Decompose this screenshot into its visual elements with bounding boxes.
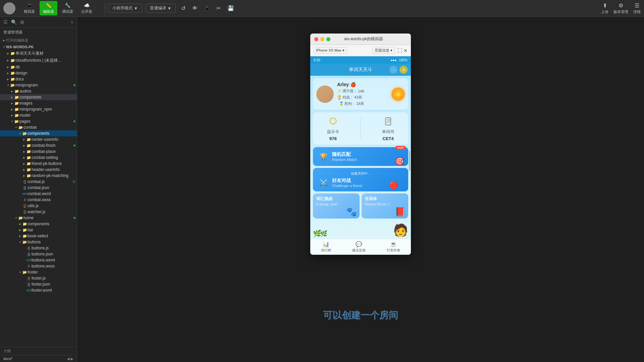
tab-simulator[interactable]: 📱 单词天天斗 模拟器 [20,1,38,15]
tree-combat-place[interactable]: ▶ 📁 combat-place [0,148,77,155]
tree-buttons-json[interactable]: {} buttons.json [0,251,77,257]
sim-scrollbar[interactable] [409,151,410,171]
tree-header-userinfo[interactable]: ▶ 📁 header-userinfo [0,167,77,173]
page-info-selector[interactable]: 页面信息 ▾ [372,47,395,54]
center-userinfo-label: center-userinfo [32,137,77,142]
cut-btn[interactable]: ✂ [214,4,223,13]
bar-label: bar [28,228,77,232]
tree-pages[interactable]: ▼ 📂 pages [0,118,77,124]
tree-buttons-js[interactable]: {} buttons.js [0,245,77,251]
tree-combat-json[interactable]: {} combat.json [0,185,77,191]
random-pk-label: random-pk-matching [32,173,77,178]
tree-random-pk[interactable]: ▶ 📁 random-pk-matching [0,173,77,179]
tree-docs[interactable]: ▶ 📁 docs [0,76,77,82]
tree-combat-finish[interactable]: ▶ 📁 combat-finish [0,142,77,148]
ocean-decoration: 🌿 🌿 🧑 [313,221,408,237]
project-root[interactable]: ▼ WX-WORDS-PK [0,44,77,50]
preview-eye-btn[interactable]: 👁 [190,4,200,13]
friend-battle-btn[interactable]: 创建房间中... ⚔️ 好友对战 Challenge a friend 🔴 [313,168,408,191]
tree-footer-wxml[interactable]: </> footer.wxml [0,287,77,293]
book-select-label: book-select [28,234,77,238]
components-label: components [19,95,77,100]
tree-images[interactable]: ▶ 📁 images [0,100,77,106]
sidebar-collapse-btn[interactable]: ☰ [3,19,8,25]
utils-js-label: utils.js [28,203,77,208]
tree-model[interactable]: ▶ 📁 model [0,112,77,118]
vocab-challenge-btn[interactable]: 词汇挑战 A wrong, over! 🐾 [313,193,360,219]
tree-home[interactable]: ▼ 📂 home [0,215,77,221]
tree-cloudfunctions[interactable]: ▶ 📁 cloudfunctions | (未选择... [0,57,77,64]
tree-bar[interactable]: ▶ 📁 bar [0,227,77,233]
tree-combat-components[interactable]: ▼ 📂 components [0,130,77,136]
hint-card-block[interactable]: 提示卡 978 [327,116,339,141]
folder-icon-6: 📂 [10,83,15,87]
tree-friend-pk[interactable]: ▶ 📁 friend-pk-buttons [0,161,77,167]
tree-center-userinfo[interactable]: ▶ 📁 center-userinfo [0,136,77,142]
folder-icon-9: 📁 [14,101,19,106]
tree-buttons[interactable]: ▼ 📂 buttons [0,239,77,245]
footer-donate-btn[interactable]: ☕ 打赏作者 [387,241,400,253]
friend-subtitle: Challenge a friend [332,184,362,188]
tree-audios[interactable]: ▶ 📁 audios [0,88,77,94]
nav-more-btn[interactable]: ··· [389,66,397,74]
book-card-block[interactable]: 单词书 CET4 [382,116,394,141]
miniprogram-arrow: ▼ [6,84,10,87]
tree-db[interactable]: ▶ 📁 db [0,64,77,70]
tree-combat-wxss[interactable]: # combat.wxss [0,197,77,203]
items-divider [360,117,361,139]
upload-btn[interactable]: ⬆ 上传 [601,2,608,14]
tree-footer-js[interactable]: {} footer.js [0,275,77,281]
close-icon[interactable]: ✕ [404,48,408,53]
tree-combat-js[interactable]: {} combat.js M [0,179,77,185]
tree-components[interactable]: ▶ 📁 components [0,94,77,100]
simulator-icon: 📱 [26,2,33,8]
tree-combat-setting[interactable]: ▶ 📁 combat-setting [0,155,77,161]
mode-dropdown[interactable]: 小程序模式 ▼ [108,4,142,13]
refresh-btn[interactable]: ↺ [179,4,187,13]
folder-icon-20: 📁 [26,168,32,172]
expand-icon[interactable]: ⛶ [397,48,402,53]
sidebar-search-btn[interactable]: 🔍 [10,19,17,25]
sim-close-dot[interactable] [314,37,318,41]
random-match-btn[interactable]: 🏆 随机匹配 Random Match HOT 🎯 [313,147,408,166]
review-words-btn[interactable]: 生词本 Review Words :) 📕 [362,193,408,219]
tree-book-select[interactable]: ▶ 📁 book-select [0,233,77,239]
tree-watcher-js[interactable]: {} watcher.js [0,209,77,215]
sidebar-add-btn[interactable]: + [70,19,74,25]
tree-combat[interactable]: ▼ 📂 combat [0,124,77,130]
tree-buttons-wxml[interactable]: </> buttons.wxml [0,257,77,263]
hot-badge: HOT [396,146,406,150]
sidebar-split-btn[interactable]: ⊞ [19,19,25,25]
tree-footer-json[interactable]: {} footer.json [0,281,77,287]
cache-btn[interactable]: 💾 [225,4,236,13]
tree-home-components[interactable]: ▶ 📁 components [0,221,77,227]
tab-editor[interactable]: ✏️ 编辑器 [40,1,57,15]
version-btn[interactable]: ⚙ 版本管理 [613,2,628,14]
real-device-btn[interactable]: 📱 [202,4,212,12]
tree-design[interactable]: ▶ 📁 design [0,70,77,76]
footer-feedback-btn[interactable]: 💬 建议反馈 [352,241,366,253]
tree-utils-js[interactable]: {} utils.js [0,203,77,209]
cloudfunctions-arrow: ▶ [6,59,10,62]
sidebar-docs[interactable]: docs* ◀ ▶ [0,355,77,362]
device-selector[interactable]: iPhone XS Max ▾ [314,47,347,54]
tree-footer[interactable]: ▼ 📂 footer [0,269,77,275]
tab-debugger[interactable]: 🔧 调试器 [59,1,76,15]
tree-miniprogram-npm[interactable]: ▶ 📁 miniprogram_npm [0,106,77,112]
footer-ranking-btn[interactable]: 📊 排行榜 [321,241,331,253]
items-card: 提示卡 978 [313,112,408,144]
tree-materials[interactable]: ▶ 📁 单词天天斗素材 [0,50,77,57]
battle-section: 🏆 随机匹配 Random Match HOT 🎯 创建房间中... ⚔️ [313,147,408,191]
tree-miniprogram[interactable]: ▼ 📂 miniprogram [0,82,77,88]
folder-icon-2: 📁 [10,58,15,63]
compile-dropdown[interactable]: 普通编译 ▼ [146,4,176,13]
tree-buttons-wxss[interactable]: # buttons.wxss [0,263,77,269]
tab-cloud[interactable]: ☁️ 云开发 [78,1,96,15]
user-name-row: Arley 🍎 [337,82,388,87]
tree-combat-wxml[interactable]: </> combat.wxml [0,191,77,197]
friend-pk-label: friend-pk-buttons [32,161,77,166]
open-editors-section[interactable]: ▶ 打开的编辑器 [0,37,77,44]
detail-btn[interactable]: ☰ 详情 [633,2,641,14]
home-badge [73,217,75,219]
nav-settings-btn[interactable]: ⚙ [399,66,408,74]
